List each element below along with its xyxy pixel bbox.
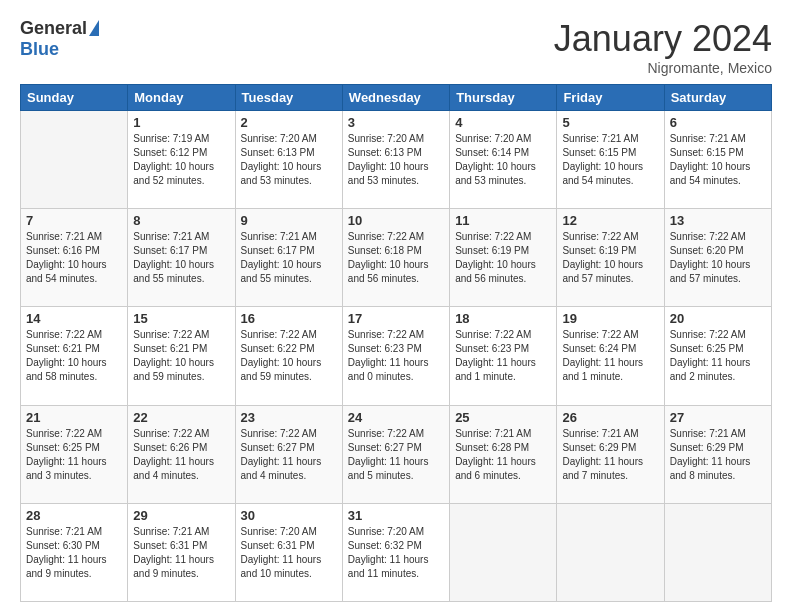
calendar-cell: 21Sunrise: 7:22 AMSunset: 6:25 PMDayligh…: [21, 405, 128, 503]
day-number: 18: [455, 311, 551, 326]
calendar-cell: 15Sunrise: 7:22 AMSunset: 6:21 PMDayligh…: [128, 307, 235, 405]
day-number: 28: [26, 508, 122, 523]
day-number: 14: [26, 311, 122, 326]
day-number: 13: [670, 213, 766, 228]
day-number: 23: [241, 410, 337, 425]
day-number: 15: [133, 311, 229, 326]
month-title: January 2024: [554, 18, 772, 60]
calendar-cell: [557, 503, 664, 601]
day-info: Sunrise: 7:21 AMSunset: 6:15 PMDaylight:…: [562, 132, 658, 188]
day-info: Sunrise: 7:20 AMSunset: 6:13 PMDaylight:…: [348, 132, 444, 188]
weekday-header-wednesday: Wednesday: [342, 85, 449, 111]
day-number: 3: [348, 115, 444, 130]
calendar-cell: 7Sunrise: 7:21 AMSunset: 6:16 PMDaylight…: [21, 209, 128, 307]
weekday-header-thursday: Thursday: [450, 85, 557, 111]
day-info: Sunrise: 7:21 AMSunset: 6:15 PMDaylight:…: [670, 132, 766, 188]
calendar-cell: 16Sunrise: 7:22 AMSunset: 6:22 PMDayligh…: [235, 307, 342, 405]
day-info: Sunrise: 7:22 AMSunset: 6:27 PMDaylight:…: [348, 427, 444, 483]
calendar-cell: 31Sunrise: 7:20 AMSunset: 6:32 PMDayligh…: [342, 503, 449, 601]
day-info: Sunrise: 7:20 AMSunset: 6:13 PMDaylight:…: [241, 132, 337, 188]
day-info: Sunrise: 7:19 AMSunset: 6:12 PMDaylight:…: [133, 132, 229, 188]
day-number: 27: [670, 410, 766, 425]
page-header: General Blue January 2024 Nigromante, Me…: [20, 18, 772, 76]
day-info: Sunrise: 7:22 AMSunset: 6:24 PMDaylight:…: [562, 328, 658, 384]
day-number: 6: [670, 115, 766, 130]
day-info: Sunrise: 7:22 AMSunset: 6:21 PMDaylight:…: [26, 328, 122, 384]
day-number: 11: [455, 213, 551, 228]
day-info: Sunrise: 7:22 AMSunset: 6:26 PMDaylight:…: [133, 427, 229, 483]
day-number: 12: [562, 213, 658, 228]
day-info: Sunrise: 7:21 AMSunset: 6:29 PMDaylight:…: [670, 427, 766, 483]
calendar-cell: 8Sunrise: 7:21 AMSunset: 6:17 PMDaylight…: [128, 209, 235, 307]
day-info: Sunrise: 7:22 AMSunset: 6:22 PMDaylight:…: [241, 328, 337, 384]
calendar-cell: 1Sunrise: 7:19 AMSunset: 6:12 PMDaylight…: [128, 111, 235, 209]
day-number: 17: [348, 311, 444, 326]
calendar-cell: 11Sunrise: 7:22 AMSunset: 6:19 PMDayligh…: [450, 209, 557, 307]
calendar-cell: 3Sunrise: 7:20 AMSunset: 6:13 PMDaylight…: [342, 111, 449, 209]
day-number: 2: [241, 115, 337, 130]
day-number: 24: [348, 410, 444, 425]
calendar-cell: 19Sunrise: 7:22 AMSunset: 6:24 PMDayligh…: [557, 307, 664, 405]
day-info: Sunrise: 7:20 AMSunset: 6:31 PMDaylight:…: [241, 525, 337, 581]
day-number: 21: [26, 410, 122, 425]
logo-triangle-icon: [89, 20, 99, 36]
day-info: Sunrise: 7:21 AMSunset: 6:16 PMDaylight:…: [26, 230, 122, 286]
day-info: Sunrise: 7:21 AMSunset: 6:30 PMDaylight:…: [26, 525, 122, 581]
calendar-cell: 26Sunrise: 7:21 AMSunset: 6:29 PMDayligh…: [557, 405, 664, 503]
day-info: Sunrise: 7:22 AMSunset: 6:18 PMDaylight:…: [348, 230, 444, 286]
title-block: January 2024 Nigromante, Mexico: [554, 18, 772, 76]
day-info: Sunrise: 7:21 AMSunset: 6:31 PMDaylight:…: [133, 525, 229, 581]
day-number: 7: [26, 213, 122, 228]
calendar-cell: 13Sunrise: 7:22 AMSunset: 6:20 PMDayligh…: [664, 209, 771, 307]
day-info: Sunrise: 7:20 AMSunset: 6:32 PMDaylight:…: [348, 525, 444, 581]
day-number: 20: [670, 311, 766, 326]
day-number: 1: [133, 115, 229, 130]
day-info: Sunrise: 7:22 AMSunset: 6:21 PMDaylight:…: [133, 328, 229, 384]
calendar-cell: 9Sunrise: 7:21 AMSunset: 6:17 PMDaylight…: [235, 209, 342, 307]
day-number: 10: [348, 213, 444, 228]
weekday-header-saturday: Saturday: [664, 85, 771, 111]
week-row-3: 14Sunrise: 7:22 AMSunset: 6:21 PMDayligh…: [21, 307, 772, 405]
calendar-cell: 2Sunrise: 7:20 AMSunset: 6:13 PMDaylight…: [235, 111, 342, 209]
day-info: Sunrise: 7:22 AMSunset: 6:27 PMDaylight:…: [241, 427, 337, 483]
day-number: 8: [133, 213, 229, 228]
calendar-cell: 30Sunrise: 7:20 AMSunset: 6:31 PMDayligh…: [235, 503, 342, 601]
week-row-4: 21Sunrise: 7:22 AMSunset: 6:25 PMDayligh…: [21, 405, 772, 503]
day-info: Sunrise: 7:22 AMSunset: 6:19 PMDaylight:…: [455, 230, 551, 286]
day-info: Sunrise: 7:20 AMSunset: 6:14 PMDaylight:…: [455, 132, 551, 188]
day-info: Sunrise: 7:21 AMSunset: 6:17 PMDaylight:…: [133, 230, 229, 286]
logo-blue-text: Blue: [20, 39, 59, 60]
day-info: Sunrise: 7:22 AMSunset: 6:25 PMDaylight:…: [26, 427, 122, 483]
calendar-cell: 24Sunrise: 7:22 AMSunset: 6:27 PMDayligh…: [342, 405, 449, 503]
calendar-cell: 14Sunrise: 7:22 AMSunset: 6:21 PMDayligh…: [21, 307, 128, 405]
calendar-cell: 29Sunrise: 7:21 AMSunset: 6:31 PMDayligh…: [128, 503, 235, 601]
weekday-header-sunday: Sunday: [21, 85, 128, 111]
day-number: 29: [133, 508, 229, 523]
calendar-cell: 17Sunrise: 7:22 AMSunset: 6:23 PMDayligh…: [342, 307, 449, 405]
day-info: Sunrise: 7:22 AMSunset: 6:20 PMDaylight:…: [670, 230, 766, 286]
day-info: Sunrise: 7:22 AMSunset: 6:23 PMDaylight:…: [348, 328, 444, 384]
calendar-cell: [450, 503, 557, 601]
calendar-cell: 28Sunrise: 7:21 AMSunset: 6:30 PMDayligh…: [21, 503, 128, 601]
day-info: Sunrise: 7:21 AMSunset: 6:29 PMDaylight:…: [562, 427, 658, 483]
location-subtitle: Nigromante, Mexico: [554, 60, 772, 76]
day-info: Sunrise: 7:21 AMSunset: 6:28 PMDaylight:…: [455, 427, 551, 483]
day-number: 19: [562, 311, 658, 326]
weekday-header-monday: Monday: [128, 85, 235, 111]
calendar-cell: 25Sunrise: 7:21 AMSunset: 6:28 PMDayligh…: [450, 405, 557, 503]
calendar-cell: 20Sunrise: 7:22 AMSunset: 6:25 PMDayligh…: [664, 307, 771, 405]
calendar-table: SundayMondayTuesdayWednesdayThursdayFrid…: [20, 84, 772, 602]
day-number: 25: [455, 410, 551, 425]
calendar-cell: [21, 111, 128, 209]
calendar-cell: 23Sunrise: 7:22 AMSunset: 6:27 PMDayligh…: [235, 405, 342, 503]
calendar-cell: [664, 503, 771, 601]
week-row-1: 1Sunrise: 7:19 AMSunset: 6:12 PMDaylight…: [21, 111, 772, 209]
calendar-cell: 10Sunrise: 7:22 AMSunset: 6:18 PMDayligh…: [342, 209, 449, 307]
calendar-cell: 22Sunrise: 7:22 AMSunset: 6:26 PMDayligh…: [128, 405, 235, 503]
calendar-cell: 6Sunrise: 7:21 AMSunset: 6:15 PMDaylight…: [664, 111, 771, 209]
calendar-cell: 18Sunrise: 7:22 AMSunset: 6:23 PMDayligh…: [450, 307, 557, 405]
day-info: Sunrise: 7:21 AMSunset: 6:17 PMDaylight:…: [241, 230, 337, 286]
day-number: 9: [241, 213, 337, 228]
day-number: 4: [455, 115, 551, 130]
day-info: Sunrise: 7:22 AMSunset: 6:25 PMDaylight:…: [670, 328, 766, 384]
